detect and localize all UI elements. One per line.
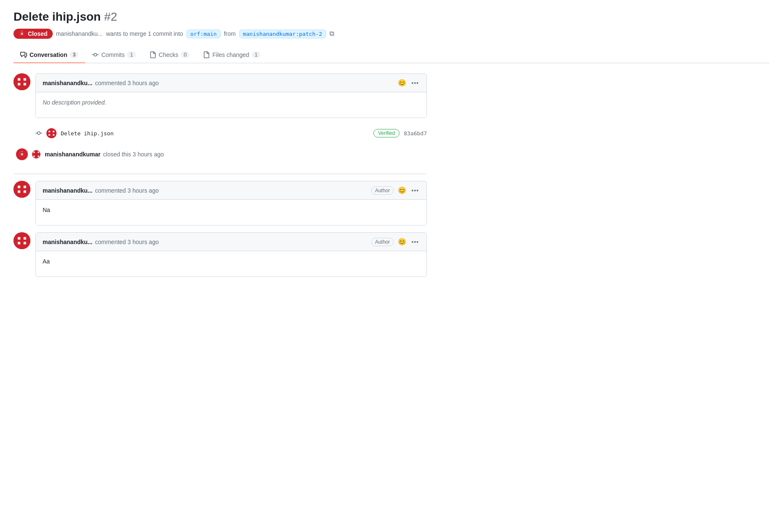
comment-box-2: manishanandku... commented 3 hours ago A… xyxy=(35,181,427,226)
timeline-item-comment-2: manishanandku... commented 3 hours ago A… xyxy=(14,181,427,226)
comment-author-1[interactable]: manishanandku... xyxy=(43,80,92,86)
comment-header-left-2: manishanandku... commented 3 hours ago xyxy=(43,187,159,194)
commit-avatar xyxy=(46,128,57,138)
more-button-1[interactable]: ••• xyxy=(410,79,420,87)
commit-line: Delete ihip.json Verified 83a6bd7 xyxy=(14,125,427,142)
comment-author-2[interactable]: manishanandku... xyxy=(43,187,92,194)
svg-rect-1 xyxy=(18,78,20,81)
tab-commits-count: 1 xyxy=(127,51,136,58)
svg-rect-17 xyxy=(18,191,20,193)
closed-event-description: closed this 3 hours ago xyxy=(103,151,164,158)
svg-rect-3 xyxy=(18,83,20,86)
commits-icon xyxy=(92,51,99,58)
closed-event-text: manishanandkumar closed this 3 hours ago xyxy=(45,151,164,158)
svg-rect-21 xyxy=(24,237,26,239)
comment-body-text-2: Na xyxy=(43,207,50,213)
tab-files-changed-label: Files changed xyxy=(212,51,249,58)
avatar-2 xyxy=(14,181,30,198)
tab-conversation-label: Conversation xyxy=(30,51,67,58)
svg-rect-7 xyxy=(49,134,50,136)
comment-header-1: manishanandku... commented 3 hours ago 😊… xyxy=(36,74,427,92)
svg-point-0 xyxy=(14,73,30,90)
more-button-2[interactable]: ••• xyxy=(410,186,420,195)
comment-header-2: manishanandku... commented 3 hours ago A… xyxy=(36,181,427,200)
svg-rect-10 xyxy=(33,152,35,153)
emoji-button-1[interactable]: 😊 xyxy=(397,78,407,88)
comment-body-2: Na xyxy=(36,200,427,225)
tab-commits[interactable]: Commits 1 xyxy=(85,47,143,63)
comment-header-left-3: manishanandku... commented 3 hours ago xyxy=(43,239,159,245)
pr-meta: Closed manishanandku... wants to merge 1… xyxy=(14,29,770,39)
timeline-item-comment-3: manishanandku... commented 3 hours ago A… xyxy=(14,232,427,277)
source-branch[interactable]: manishanandkumar:patch-2 xyxy=(239,30,326,38)
section-divider xyxy=(14,174,427,174)
svg-rect-20 xyxy=(18,237,20,239)
tab-commits-label: Commits xyxy=(101,51,124,58)
svg-rect-5 xyxy=(49,131,50,132)
tab-conversation[interactable]: Conversation 3 xyxy=(14,47,85,63)
svg-point-19 xyxy=(14,232,30,249)
timeline: manishanandku... commented 3 hours ago 😊… xyxy=(14,73,427,284)
avatar-image-2 xyxy=(14,181,30,198)
pr-meta-text: wants to merge 1 commit into xyxy=(106,30,183,37)
svg-rect-13 xyxy=(38,156,40,157)
comment-header-3: manishanandku... commented 3 hours ago A… xyxy=(36,233,427,251)
svg-rect-18 xyxy=(24,191,26,193)
emoji-button-3[interactable]: 😊 xyxy=(397,237,407,247)
closed-event-icon xyxy=(16,148,28,160)
comment-header-left-1: manishanandku... commented 3 hours ago xyxy=(43,80,159,86)
verified-badge: Verified xyxy=(373,129,400,137)
commit-hash[interactable]: 83a6bd7 xyxy=(404,130,427,137)
closed-pr-icon xyxy=(19,30,25,37)
comment-body-text-3: Aa xyxy=(43,258,50,265)
svg-rect-12 xyxy=(33,156,35,157)
comment-time-1: commented 3 hours ago xyxy=(95,80,159,86)
files-changed-icon xyxy=(203,51,210,58)
author-badge-3: Author xyxy=(371,238,394,246)
comment-time-3: commented 3 hours ago xyxy=(95,239,159,245)
comment-body-1: No description provided. xyxy=(36,92,427,118)
svg-rect-4 xyxy=(24,83,26,86)
closed-event-avatar xyxy=(32,150,40,159)
svg-rect-15 xyxy=(18,185,20,188)
timeline-item-comment-1: manishanandku... commented 3 hours ago 😊… xyxy=(14,73,427,118)
conversation-icon xyxy=(20,51,27,58)
tab-conversation-count: 3 xyxy=(70,51,78,58)
emoji-button-2[interactable]: 😊 xyxy=(397,185,407,195)
closed-event-author[interactable]: manishanandkumar xyxy=(45,151,100,158)
closed-event-user-avatar xyxy=(32,150,40,159)
tabs-bar: Conversation 3 Commits 1 Checks 0 Files … xyxy=(14,47,770,63)
pr-author: manishanandku... xyxy=(56,30,103,37)
author-badge-2: Author xyxy=(371,186,394,195)
comment-author-3[interactable]: manishanandku... xyxy=(43,239,92,245)
svg-rect-23 xyxy=(24,242,26,245)
svg-rect-6 xyxy=(53,131,54,132)
svg-rect-16 xyxy=(24,185,26,188)
commit-message[interactable]: Delete ihip.json xyxy=(61,130,369,137)
avatar-image-3 xyxy=(14,232,30,249)
tab-checks-label: Checks xyxy=(159,51,178,58)
comment-time-2: commented 3 hours ago xyxy=(95,187,159,194)
target-branch[interactable]: orf:main xyxy=(186,30,221,38)
comment-body-3: Aa xyxy=(36,251,427,277)
status-badge: Closed xyxy=(14,29,53,39)
comment-header-right-3: Author 😊 ••• xyxy=(371,237,420,247)
commit-dot-icon xyxy=(35,130,42,137)
more-button-3[interactable]: ••• xyxy=(410,238,420,246)
checks-icon xyxy=(149,51,156,58)
tab-checks-count: 0 xyxy=(181,51,190,58)
closed-event-svg xyxy=(19,151,25,158)
svg-rect-22 xyxy=(18,242,20,245)
tab-checks[interactable]: Checks 0 xyxy=(143,47,196,63)
closed-event: manishanandkumar closed this 3 hours ago xyxy=(14,145,427,164)
tab-files-changed-count: 1 xyxy=(252,51,261,58)
svg-rect-2 xyxy=(24,78,26,81)
tab-files-changed[interactable]: Files changed 1 xyxy=(196,47,267,63)
svg-point-14 xyxy=(14,181,30,198)
comment-body-text-1: No description provided. xyxy=(43,99,106,106)
avatar-1 xyxy=(14,73,30,90)
comment-box-1: manishanandku... commented 3 hours ago 😊… xyxy=(35,73,427,118)
copy-branch-icon[interactable]: ⧉ xyxy=(329,30,334,38)
page-title: Delete ihip.json #2 xyxy=(14,10,770,24)
avatar-3 xyxy=(14,232,30,249)
